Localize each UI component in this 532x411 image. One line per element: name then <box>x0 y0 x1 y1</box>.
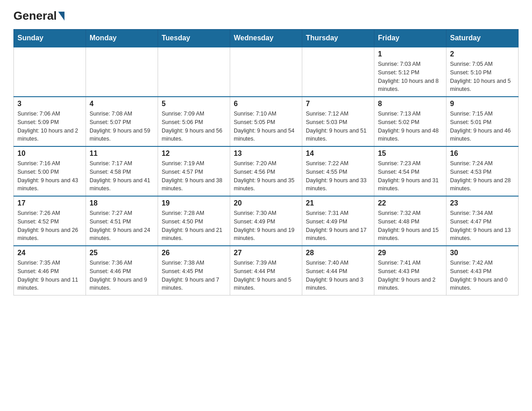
day-number: 19 <box>162 199 226 207</box>
day-info: Sunrise: 7:26 AMSunset: 4:52 PMDaylight:… <box>17 209 82 243</box>
day-info: Sunrise: 7:22 AMSunset: 4:55 PMDaylight:… <box>306 159 370 193</box>
calendar-cell: 28Sunrise: 7:40 AMSunset: 4:44 PMDayligh… <box>302 246 374 295</box>
day-number: 17 <box>17 199 82 207</box>
logo-general: General <box>13 9 57 23</box>
day-info: Sunrise: 7:41 AMSunset: 4:43 PMDaylight:… <box>378 259 442 292</box>
calendar-cell: 6Sunrise: 7:10 AMSunset: 5:05 PMDaylight… <box>230 97 302 146</box>
day-info: Sunrise: 7:42 AMSunset: 4:43 PMDaylight:… <box>450 259 515 292</box>
day-number: 9 <box>450 100 515 108</box>
logo-text: General <box>13 9 65 23</box>
day-number: 10 <box>17 150 82 158</box>
day-info: Sunrise: 7:30 AMSunset: 4:49 PMDaylight:… <box>234 209 298 243</box>
day-number: 29 <box>378 249 442 257</box>
day-number: 12 <box>162 150 226 158</box>
calendar-cell: 16Sunrise: 7:24 AMSunset: 4:53 PMDayligh… <box>446 146 519 196</box>
calendar-cell: 18Sunrise: 7:27 AMSunset: 4:51 PMDayligh… <box>86 196 158 246</box>
page-header: General <box>13 9 519 20</box>
day-info: Sunrise: 7:40 AMSunset: 4:44 PMDaylight:… <box>306 259 370 292</box>
day-number: 26 <box>162 249 226 257</box>
calendar-cell: 21Sunrise: 7:31 AMSunset: 4:49 PMDayligh… <box>302 196 374 246</box>
calendar-cell <box>302 47 374 97</box>
calendar-cell: 25Sunrise: 7:36 AMSunset: 4:46 PMDayligh… <box>86 246 158 295</box>
day-number: 24 <box>17 249 82 257</box>
day-info: Sunrise: 7:19 AMSunset: 4:57 PMDaylight:… <box>162 159 226 193</box>
day-info: Sunrise: 7:13 AMSunset: 5:02 PMDaylight:… <box>378 110 442 143</box>
day-number: 30 <box>450 249 515 257</box>
calendar-cell: 30Sunrise: 7:42 AMSunset: 4:43 PMDayligh… <box>446 246 519 295</box>
weekday-header-monday: Monday <box>86 30 158 47</box>
calendar-cell: 7Sunrise: 7:12 AMSunset: 5:03 PMDaylight… <box>302 97 374 146</box>
week-row-3: 10Sunrise: 7:16 AMSunset: 5:00 PMDayligh… <box>14 146 519 196</box>
calendar-cell: 3Sunrise: 7:06 AMSunset: 5:09 PMDaylight… <box>14 97 86 146</box>
weekday-header-tuesday: Tuesday <box>158 30 230 47</box>
day-number: 6 <box>234 100 298 108</box>
day-info: Sunrise: 7:23 AMSunset: 4:54 PMDaylight:… <box>378 159 442 193</box>
day-info: Sunrise: 7:05 AMSunset: 5:10 PMDaylight:… <box>450 60 515 94</box>
calendar-cell: 2Sunrise: 7:05 AMSunset: 5:10 PMDaylight… <box>446 47 519 97</box>
calendar-cell: 17Sunrise: 7:26 AMSunset: 4:52 PMDayligh… <box>14 196 86 246</box>
day-info: Sunrise: 7:36 AMSunset: 4:46 PMDaylight:… <box>90 259 154 292</box>
weekday-header-sunday: Sunday <box>14 30 86 47</box>
day-number: 14 <box>306 150 370 158</box>
day-info: Sunrise: 7:31 AMSunset: 4:49 PMDaylight:… <box>306 209 370 243</box>
weekday-header-thursday: Thursday <box>302 30 374 47</box>
calendar-cell <box>158 47 230 97</box>
weekday-header-wednesday: Wednesday <box>230 30 302 47</box>
calendar-cell <box>86 47 158 97</box>
day-number: 4 <box>90 100 154 108</box>
calendar-cell: 26Sunrise: 7:38 AMSunset: 4:45 PMDayligh… <box>158 246 230 295</box>
day-number: 11 <box>90 150 154 158</box>
day-info: Sunrise: 7:24 AMSunset: 4:53 PMDaylight:… <box>450 159 515 193</box>
day-info: Sunrise: 7:12 AMSunset: 5:03 PMDaylight:… <box>306 110 370 143</box>
day-number: 3 <box>17 100 82 108</box>
day-number: 5 <box>162 100 226 108</box>
day-info: Sunrise: 7:17 AMSunset: 4:58 PMDaylight:… <box>90 159 154 193</box>
day-number: 21 <box>306 199 370 207</box>
day-info: Sunrise: 7:20 AMSunset: 4:56 PMDaylight:… <box>234 159 298 193</box>
week-row-5: 24Sunrise: 7:35 AMSunset: 4:46 PMDayligh… <box>14 246 519 295</box>
day-number: 25 <box>90 249 154 257</box>
day-number: 7 <box>306 100 370 108</box>
logo: General <box>13 9 65 20</box>
calendar-cell: 11Sunrise: 7:17 AMSunset: 4:58 PMDayligh… <box>86 146 158 196</box>
day-number: 2 <box>450 50 515 58</box>
calendar-cell: 13Sunrise: 7:20 AMSunset: 4:56 PMDayligh… <box>230 146 302 196</box>
day-info: Sunrise: 7:38 AMSunset: 4:45 PMDaylight:… <box>162 259 226 292</box>
day-info: Sunrise: 7:34 AMSunset: 4:47 PMDaylight:… <box>450 209 515 243</box>
calendar-cell: 1Sunrise: 7:03 AMSunset: 5:12 PMDaylight… <box>374 47 446 97</box>
calendar-cell: 19Sunrise: 7:28 AMSunset: 4:50 PMDayligh… <box>158 196 230 246</box>
calendar-cell: 5Sunrise: 7:09 AMSunset: 5:06 PMDaylight… <box>158 97 230 146</box>
calendar-cell: 29Sunrise: 7:41 AMSunset: 4:43 PMDayligh… <box>374 246 446 295</box>
day-number: 15 <box>378 150 442 158</box>
weekday-header-row: SundayMondayTuesdayWednesdayThursdayFrid… <box>14 30 519 47</box>
day-number: 23 <box>450 199 515 207</box>
day-number: 20 <box>234 199 298 207</box>
day-info: Sunrise: 7:09 AMSunset: 5:06 PMDaylight:… <box>162 110 226 143</box>
day-info: Sunrise: 7:08 AMSunset: 5:07 PMDaylight:… <box>90 110 154 143</box>
calendar-cell: 9Sunrise: 7:15 AMSunset: 5:01 PMDaylight… <box>446 97 519 146</box>
calendar-cell: 24Sunrise: 7:35 AMSunset: 4:46 PMDayligh… <box>14 246 86 295</box>
day-info: Sunrise: 7:06 AMSunset: 5:09 PMDaylight:… <box>17 110 82 143</box>
calendar-table: SundayMondayTuesdayWednesdayThursdayFrid… <box>13 29 519 295</box>
day-number: 22 <box>378 199 442 207</box>
day-info: Sunrise: 7:32 AMSunset: 4:48 PMDaylight:… <box>378 209 442 243</box>
weekday-header-saturday: Saturday <box>446 30 519 47</box>
day-number: 28 <box>306 249 370 257</box>
day-info: Sunrise: 7:28 AMSunset: 4:50 PMDaylight:… <box>162 209 226 243</box>
calendar-cell <box>230 47 302 97</box>
day-number: 18 <box>90 199 154 207</box>
day-info: Sunrise: 7:27 AMSunset: 4:51 PMDaylight:… <box>90 209 154 243</box>
calendar-cell: 14Sunrise: 7:22 AMSunset: 4:55 PMDayligh… <box>302 146 374 196</box>
day-info: Sunrise: 7:03 AMSunset: 5:12 PMDaylight:… <box>378 60 442 94</box>
calendar-cell: 22Sunrise: 7:32 AMSunset: 4:48 PMDayligh… <box>374 196 446 246</box>
calendar-cell <box>14 47 86 97</box>
calendar-cell: 10Sunrise: 7:16 AMSunset: 5:00 PMDayligh… <box>14 146 86 196</box>
week-row-4: 17Sunrise: 7:26 AMSunset: 4:52 PMDayligh… <box>14 196 519 246</box>
calendar-cell: 8Sunrise: 7:13 AMSunset: 5:02 PMDaylight… <box>374 97 446 146</box>
day-number: 1 <box>378 50 442 58</box>
day-number: 8 <box>378 100 442 108</box>
calendar-cell: 27Sunrise: 7:39 AMSunset: 4:44 PMDayligh… <box>230 246 302 295</box>
day-info: Sunrise: 7:16 AMSunset: 5:00 PMDaylight:… <box>17 159 82 193</box>
logo-triangle-icon <box>58 12 64 21</box>
day-info: Sunrise: 7:35 AMSunset: 4:46 PMDaylight:… <box>17 259 82 292</box>
